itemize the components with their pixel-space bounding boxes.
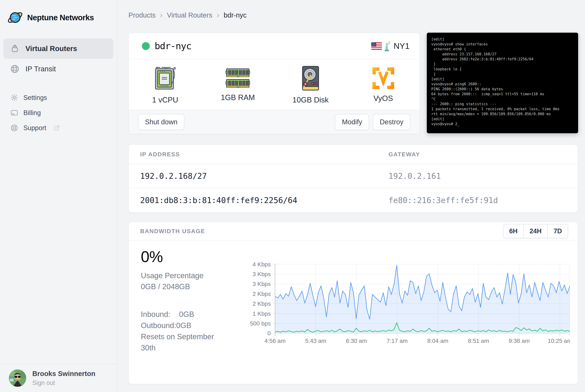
sidebar-item-label: IP Transit bbox=[26, 65, 56, 73]
ip-table-header: IP ADDRESS GATEWAY bbox=[129, 145, 578, 164]
neptune-logo-icon bbox=[7, 9, 24, 26]
terminal-line: vyos@vyos# ping6 2600:: bbox=[431, 82, 578, 87]
user-name: Brooks Swinnerton bbox=[32, 370, 96, 378]
range-7d-button[interactable]: 7D bbox=[548, 224, 568, 238]
sidebar-item-billing[interactable]: Billing bbox=[4, 105, 113, 120]
terminal-line: } bbox=[431, 72, 578, 77]
svg-text:10:25 am: 10:25 am bbox=[548, 338, 570, 344]
terminal-line: 1 packets transmitted, 1 received, 0% pa… bbox=[431, 106, 578, 112]
statue-of-liberty-icon bbox=[383, 41, 391, 51]
terminal-line: [edit] bbox=[431, 77, 578, 82]
modify-button[interactable]: Modify bbox=[335, 114, 369, 130]
table-row: 192.0.2.168/27 192.0.2.161 bbox=[129, 164, 578, 188]
breadcrumb-current: bdr-nyc bbox=[224, 11, 246, 19]
sidebar-item-label: Support bbox=[24, 124, 46, 132]
sign-out-link[interactable]: Sign out bbox=[32, 379, 96, 386]
router-card: bdr-nyc bbox=[128, 33, 420, 134]
destroy-button[interactable]: Destroy bbox=[373, 114, 410, 130]
disk-icon bbox=[301, 65, 320, 91]
status-online-dot bbox=[142, 42, 150, 50]
location-label: NY1 bbox=[394, 41, 410, 51]
time-range-selector: 6H 24H 7D bbox=[503, 224, 568, 238]
terminal-line: vyos@vyos# 2_ bbox=[431, 122, 578, 126]
breadcrumb-virtual-routers[interactable]: Virtual Routers bbox=[167, 11, 212, 19]
external-link-icon bbox=[54, 125, 60, 131]
svg-text:9:38 am: 9:38 am bbox=[509, 338, 530, 344]
svg-text:8:04 am: 8:04 am bbox=[427, 338, 448, 344]
outbound-value: 0GB bbox=[176, 321, 192, 330]
spec-ram: 1GB RAM bbox=[202, 59, 274, 110]
terminal-line: ^C bbox=[431, 96, 578, 102]
ip-address-value: 2001:db8:3:b:81:40ff:fef9:2256/64 bbox=[129, 196, 388, 205]
svg-text:3 Kbps: 3 Kbps bbox=[252, 271, 271, 277]
vyos-icon bbox=[372, 67, 395, 90]
sidebar-item-label: Settings bbox=[24, 94, 47, 102]
avatar bbox=[8, 369, 26, 387]
spec-cpu: 1 vCPU bbox=[129, 59, 202, 110]
svg-text:4:56 am: 4:56 am bbox=[264, 338, 286, 344]
router-name: bdr-nyc bbox=[154, 40, 192, 52]
inbound-row: Inbound:0GB bbox=[141, 308, 223, 320]
sidebar-item-settings[interactable]: Settings bbox=[4, 90, 113, 105]
svg-text:0: 0 bbox=[268, 330, 271, 336]
spec-os: VyOS bbox=[347, 59, 420, 110]
svg-text:2 Kbps: 2 Kbps bbox=[252, 290, 271, 297]
shut-down-button[interactable]: Shut down bbox=[138, 114, 184, 130]
primary-nav: Virtual Routers IP Transit bbox=[0, 38, 117, 79]
usage-percent: 0% bbox=[141, 248, 223, 266]
gateway-value: fe80::216:3eff:fe5f:91d bbox=[388, 196, 498, 205]
svg-text:500 bps: 500 bps bbox=[250, 320, 271, 327]
terminal-line: PING 2600::(2600::) 56 data bytes bbox=[431, 87, 578, 92]
range-24h-button[interactable]: 24H bbox=[524, 224, 548, 238]
breadcrumb: Products › Virtual Routers › bdr-nyc bbox=[128, 11, 246, 19]
spec-label: 10GB Disk bbox=[292, 96, 328, 104]
credit-card-icon bbox=[10, 109, 18, 117]
lifebuoy-icon bbox=[10, 124, 18, 132]
sidebar-item-virtual-routers[interactable]: Virtual Routers bbox=[4, 38, 113, 59]
sidebar: Neptune Networks Virtual Routers bbox=[0, 0, 117, 392]
range-6h-button[interactable]: 6H bbox=[503, 224, 524, 238]
console-terminal[interactable]: [edit]vyos@vyos# show interfaces etherne… bbox=[427, 33, 578, 133]
sidebar-item-support[interactable]: Support bbox=[4, 120, 113, 136]
sidebar-item-ip-transit[interactable]: IP Transit bbox=[4, 59, 113, 79]
bandwidth-card: BANDWIDTH USAGE 6H 24H 7D 0% Usage Perce… bbox=[128, 222, 578, 384]
bandwidth-header: BANDWIDTH USAGE 6H 24H 7D bbox=[129, 222, 578, 240]
svg-text:4 Kbps: 4 Kbps bbox=[252, 261, 271, 268]
svg-text:1 Kbps: 1 Kbps bbox=[252, 310, 271, 317]
gateway-column-header: GATEWAY bbox=[388, 151, 420, 158]
router-location: NY1 bbox=[371, 41, 410, 51]
terminal-line: --- 2600:: ping statistics --- bbox=[431, 102, 578, 106]
usage-percent-label: Usage Percentage bbox=[141, 270, 223, 281]
svg-text:7:17 am: 7:17 am bbox=[386, 338, 408, 344]
sidebar-item-label: Virtual Routers bbox=[26, 44, 77, 53]
inbound-value: 0GB bbox=[179, 310, 194, 318]
resets-note: Resets on September 30th bbox=[141, 331, 223, 353]
us-flag-icon bbox=[371, 42, 382, 50]
gateway-value: 192.0.2.161 bbox=[388, 172, 441, 181]
sidebar-item-label: Billing bbox=[24, 109, 41, 116]
usage-quota: 0GB / 2048GB bbox=[141, 281, 223, 292]
terminal-line: ethernet eth0 { bbox=[431, 47, 578, 52]
router-specs: 1 vCPU bbox=[129, 59, 420, 110]
spec-disk: 10GB Disk bbox=[274, 59, 347, 110]
user-panel: Brooks Swinnerton Sign out bbox=[0, 364, 117, 392]
globe-icon bbox=[10, 64, 20, 74]
terminal-line: 64 bytes from 2600::: icmp_seq=1 ttl=55 … bbox=[431, 92, 578, 96]
terminal-line: [edit] bbox=[431, 37, 578, 42]
spec-label: 1GB RAM bbox=[221, 93, 255, 102]
terminal-line: rtt min/avg/max/mdev = 109.856/109.856/1… bbox=[431, 112, 578, 116]
breadcrumb-products[interactable]: Products bbox=[128, 11, 156, 19]
chevron-right-icon: › bbox=[217, 11, 219, 19]
chevron-right-icon: › bbox=[160, 11, 162, 19]
router-icon bbox=[10, 44, 20, 54]
terminal-line: vyos@vyos# show interfaces bbox=[431, 42, 578, 47]
spec-label: 1 vCPU bbox=[152, 96, 178, 104]
main-content: Products › Virtual Routers › bdr-nyc bdr… bbox=[118, 0, 585, 392]
svg-text:5:43 am: 5:43 am bbox=[305, 338, 326, 344]
usage-stats: 0% Usage Percentage 0GB / 2048GB Inbound… bbox=[141, 248, 223, 353]
svg-text:3 Kbps: 3 Kbps bbox=[252, 280, 271, 287]
svg-text:6:30 am: 6:30 am bbox=[346, 338, 367, 344]
terminal-line: [edit] bbox=[431, 116, 578, 122]
bandwidth-chart: 4 Kbps3 Kbps3 Kbps2 Kbps2 Kbps1 Kbps500 … bbox=[240, 258, 570, 357]
gear-icon bbox=[10, 94, 18, 102]
